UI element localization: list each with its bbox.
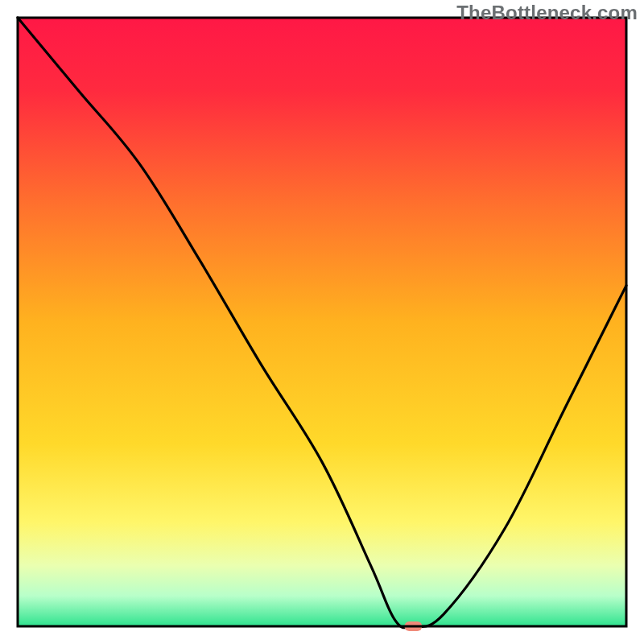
- bottleneck-chart: [0, 0, 644, 644]
- plot-background: [18, 18, 626, 626]
- chart-container: TheBottleneck.com: [0, 0, 644, 644]
- watermark-text: TheBottleneck.com: [456, 2, 638, 24]
